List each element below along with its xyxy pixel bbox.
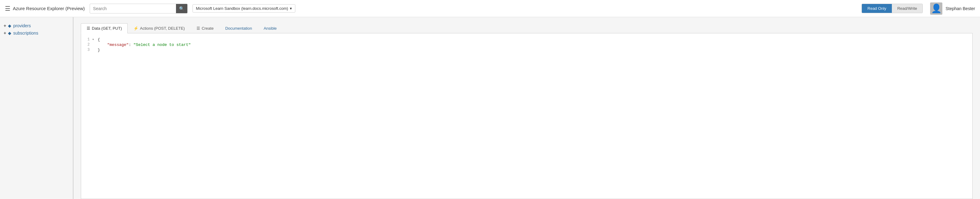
main-content: ☰ Data (GET, PUT) ⚡ Actions (POST, DELET…: [73, 17, 980, 199]
tab-ansible-label: Ansible: [264, 26, 277, 30]
fold-toggle-3: [92, 48, 96, 51]
readwrite-button[interactable]: Read/Write: [892, 4, 923, 13]
json-key: "message": [98, 43, 129, 47]
db-icon: ☰: [196, 26, 200, 30]
tab-documentation-label: Documentation: [225, 26, 252, 30]
sidebar-item-label: subscriptions: [13, 30, 38, 35]
bolt-icon: ⚡: [134, 26, 138, 30]
tab-ansible[interactable]: Ansible: [258, 23, 283, 33]
line-number-3: 3: [81, 48, 92, 52]
line-number-1: 1: [81, 37, 92, 41]
tabs-bar: ☰ Data (GET, PUT) ⚡ Actions (POST, DELET…: [81, 23, 973, 33]
cube-icon: ◆: [8, 23, 11, 28]
code-line-1: 1 ▾ {: [81, 37, 972, 42]
search-container: 🔍: [90, 4, 188, 13]
code-line-3: 3 }: [81, 48, 972, 53]
tab-documentation[interactable]: Documentation: [220, 23, 258, 33]
subscription-label: Microsoft Learn Sandbox (learn.docs.micr…: [196, 6, 288, 11]
tab-create[interactable]: ☰ Create: [191, 23, 220, 33]
line-number-2: 2: [81, 43, 92, 47]
line-content-2: "message": "Select a node to start": [96, 43, 972, 47]
code-lines: 1 ▾ { 2 "message": "Select a node to sta…: [81, 37, 972, 53]
plus-icon: +: [4, 23, 6, 28]
sidebar: + ◆ providers + ◆ subscriptions: [0, 17, 73, 199]
avatar-icon: 👤: [931, 4, 942, 13]
line-content-1: {: [96, 37, 972, 42]
code-line-2: 2 "message": "Select a node to start": [81, 42, 972, 48]
search-button[interactable]: 🔍: [176, 4, 187, 13]
db-icon: ☰: [87, 26, 90, 30]
sidebar-item-providers[interactable]: + ◆ providers: [4, 22, 69, 29]
json-string: "Select a node to start": [134, 43, 191, 47]
avatar: 👤: [930, 2, 942, 15]
search-input[interactable]: [90, 4, 176, 13]
line-content-3: }: [96, 48, 972, 53]
tab-actions-label: Actions (POST, DELETE): [140, 26, 185, 30]
fold-toggle-1[interactable]: ▾: [92, 37, 96, 41]
logo-icon: ☰: [5, 5, 10, 12]
sidebar-item-subscriptions[interactable]: + ◆ subscriptions: [4, 29, 69, 37]
readonly-button[interactable]: Read Only: [862, 4, 892, 13]
mode-buttons: Read Only Read/Write: [862, 4, 923, 13]
tab-data-label: Data (GET, PUT): [92, 26, 122, 30]
app-title: Azure Resource Explorer (Preview): [13, 6, 85, 11]
cube-icon: ◆: [8, 30, 11, 35]
editor-area: 1 ▾ { 2 "message": "Select a node to sta…: [81, 33, 973, 199]
tab-create-label: Create: [202, 26, 214, 30]
chevron-down-icon: ▾: [290, 6, 292, 11]
user-name: Stephan Bester: [945, 6, 975, 11]
plus-icon: +: [4, 30, 6, 35]
subscription-dropdown[interactable]: Microsoft Learn Sandbox (learn.docs.micr…: [192, 4, 295, 13]
layout: + ◆ providers + ◆ subscriptions ☰ Data (…: [0, 17, 980, 199]
tab-actions[interactable]: ⚡ Actions (POST, DELETE): [127, 23, 191, 33]
json-colon: :: [129, 43, 134, 47]
sidebar-item-label: providers: [13, 23, 31, 28]
user-area: 👤 Stephan Bester: [930, 2, 975, 15]
header: ☰ Azure Resource Explorer (Preview) 🔍 Mi…: [0, 0, 980, 17]
app-logo: ☰ Azure Resource Explorer (Preview): [5, 5, 85, 12]
fold-toggle-2: [92, 43, 96, 46]
tab-data[interactable]: ☰ Data (GET, PUT): [81, 23, 127, 33]
